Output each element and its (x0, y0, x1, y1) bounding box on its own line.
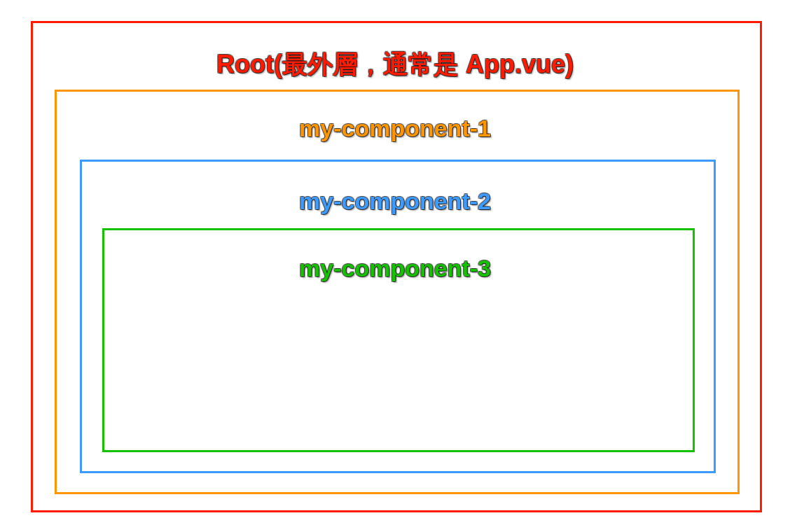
component-3-label: my-component-3 (0, 255, 790, 282)
component-1-label: my-component-1 (0, 115, 790, 142)
root-label: Root(最外層，通常是 App.vue) (0, 48, 790, 82)
component-2-label: my-component-2 (0, 188, 790, 215)
